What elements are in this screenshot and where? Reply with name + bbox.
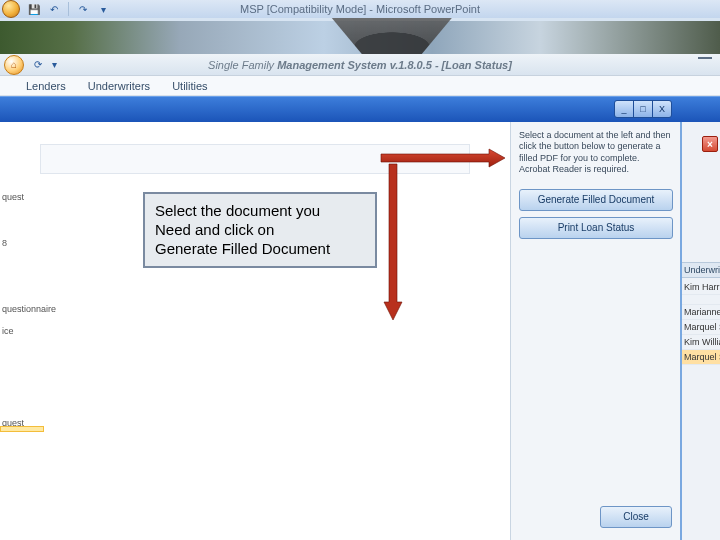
callout-line: Select the document you (155, 202, 365, 221)
qat-separator (68, 2, 69, 16)
powerpoint-titlebar: 💾 ↶ ↷ ▾ MSP [Compatibility Mode] - Micro… (0, 0, 720, 18)
list-item[interactable]: ice (0, 320, 44, 342)
quick-access-toolbar: 💾 ↶ ↷ ▾ (26, 1, 111, 17)
callout-line: Need and click on (155, 221, 365, 240)
list-item[interactable]: questionnaire (0, 298, 44, 320)
save-icon[interactable]: 💾 (26, 1, 42, 17)
window-close-button[interactable]: X (652, 100, 672, 118)
sfms-refresh-icon[interactable]: ⟳ (30, 57, 46, 73)
print-loan-status-button[interactable]: Print Loan Status (519, 217, 673, 239)
sfms-title-main: Management System v.1.8.0.5 - [Loan Stat… (277, 59, 512, 71)
slide-hero-image (0, 18, 720, 54)
dialog-right-panel: Select a document at the left and then c… (510, 122, 680, 540)
list-gap (682, 295, 720, 305)
highlight-bar (0, 426, 44, 432)
list-item-selected[interactable]: Marquel Sr (682, 350, 720, 365)
window-minimize-button[interactable]: _ (614, 100, 634, 118)
background-panel: × Underwrite Kim Harris Marianne F Marqu… (680, 122, 720, 540)
sfms-title: Single Family Management System v.1.8.0.… (0, 54, 720, 76)
undo-icon[interactable]: ↶ (46, 1, 62, 17)
list-item[interactable]: 8 (0, 208, 44, 250)
sfms-minimize-dash[interactable] (698, 56, 712, 59)
window-maximize-button[interactable]: □ (633, 100, 653, 118)
home-icon[interactable]: ⌂ (4, 55, 24, 75)
close-button[interactable]: Close (600, 506, 672, 528)
arrow-down-icon (383, 162, 403, 322)
menu-utilities[interactable]: Utilities (172, 80, 207, 92)
help-text: Select a document at the left and then c… (519, 130, 672, 175)
callout-line: Generate Filled Document (155, 240, 365, 259)
peek-header: Underwrite (682, 262, 720, 278)
list-item[interactable]: quest (0, 186, 44, 208)
list-item[interactable]: Marianne F (682, 305, 720, 320)
menu-underwriters[interactable]: Underwriters (88, 80, 150, 92)
generate-filled-document-button[interactable]: Generate Filled Document (519, 189, 673, 211)
office-orb-icon[interactable] (2, 0, 20, 18)
content-area: _ □ X × Underwrite Kim Harris Marianne F… (0, 96, 720, 540)
close-icon[interactable]: × (702, 136, 718, 152)
list-item[interactable]: Kim William (682, 335, 720, 350)
redo-icon[interactable]: ↷ (75, 1, 91, 17)
left-document-list-edge: quest 8 questionnaire ice quest (0, 186, 44, 540)
sfms-title-prefix: Single Family (208, 59, 277, 71)
dialog-titlebar: _ □ X (0, 96, 720, 122)
sfms-dropdown-icon[interactable]: ▾ (46, 57, 62, 73)
instruction-callout: Select the document you Need and click o… (143, 192, 377, 268)
list-item[interactable]: Kim Harris (682, 280, 720, 295)
menu-lenders[interactable]: Lenders (26, 80, 66, 92)
qat-more-icon[interactable]: ▾ (95, 1, 111, 17)
dialog-body: quest 8 questionnaire ice quest Select a… (0, 122, 680, 540)
window-buttons: _ □ X (615, 100, 672, 118)
sfms-window-header: ⌂ ⟳ ▾ Single Family Management System v.… (0, 54, 720, 76)
sfms-menubar: Lenders Underwriters Utilities (0, 76, 720, 96)
list-item[interactable]: Marquel Sr (682, 320, 720, 335)
